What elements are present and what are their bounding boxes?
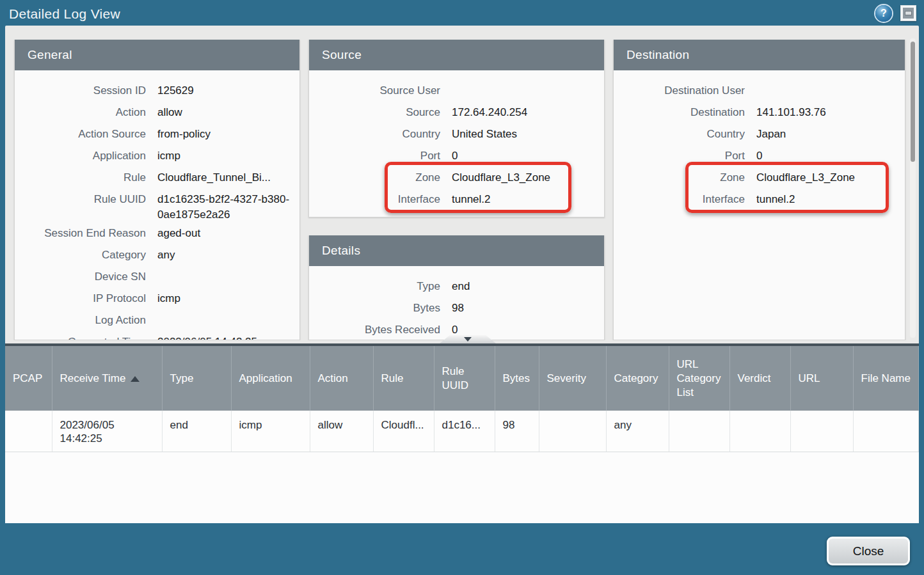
table-cell <box>729 411 790 452</box>
log-table-region: PCAPReceive TimeTypeApplicationActionRul… <box>5 343 919 523</box>
field-label: Port <box>614 148 745 164</box>
column-header-label: PCAP <box>13 372 42 384</box>
panels-region: General Session ID125629ActionallowActio… <box>5 26 919 340</box>
field-row: Action Sourcefrom-policy <box>15 123 299 145</box>
field-value: Cloudflare_Tunnel_Bi... <box>157 170 299 185</box>
column-header-label: Severity <box>547 372 586 384</box>
field-label: Bytes <box>309 301 440 316</box>
source-panel: Source Source UserSource172.64.240.254Co… <box>308 40 605 217</box>
column-header[interactable]: Severity <box>539 346 606 411</box>
field-value: 98 <box>452 301 604 316</box>
field-value: 125629 <box>157 83 299 98</box>
close-button[interactable]: Close <box>827 537 910 565</box>
field-row: Session End Reasonaged-out <box>15 223 299 244</box>
field-value: 172.64.240.254 <box>452 105 604 120</box>
column-header-label: Bytes <box>503 372 530 384</box>
field-label: Session End Reason <box>15 226 146 241</box>
column-header[interactable]: Rule UUID <box>434 346 495 411</box>
field-label: Port <box>309 148 440 164</box>
field-value: Cloudflare_L3_Zone <box>756 170 905 185</box>
field-value: aged-out <box>157 226 299 241</box>
field-row: CountryUnited States <box>309 123 604 145</box>
field-label: Rule UUID <box>15 192 146 207</box>
field-row: Interfacetunnel.2 <box>614 189 905 210</box>
table-row[interactable]: 2023/06/05 14:42:25endicmpallowCloudfl..… <box>5 411 919 452</box>
column-header-label: Action <box>318 372 348 384</box>
dialog-content: General Session ID125629ActionallowActio… <box>5 26 919 523</box>
field-label: Source User <box>309 83 440 98</box>
field-label: Source <box>309 105 440 120</box>
column-header[interactable]: Verdict <box>729 346 790 411</box>
log-table: PCAPReceive TimeTypeApplicationActionRul… <box>5 346 919 452</box>
table-cell: icmp <box>231 411 310 452</box>
field-row: ZoneCloudflare_L3_Zone <box>614 167 905 189</box>
field-label: Application <box>15 148 146 164</box>
column-header[interactable]: Rule <box>373 346 434 411</box>
column-header[interactable]: URL <box>790 346 853 411</box>
column-header-label: Type <box>170 372 194 384</box>
field-label: Generated Time <box>15 335 146 340</box>
field-value: Cloudflare_L3_Zone <box>452 170 604 185</box>
field-label: Country <box>614 127 745 142</box>
field-label: Rule <box>15 170 146 185</box>
column-header[interactable]: URL Category List <box>669 346 729 411</box>
field-label: Action <box>15 105 146 120</box>
panel-scrollbar[interactable] <box>910 38 916 338</box>
table-cell: allow <box>310 411 373 452</box>
column-header[interactable]: Application <box>231 346 310 411</box>
scrollbar-thumb[interactable] <box>911 42 915 162</box>
table-cell <box>790 411 853 452</box>
field-label: Log Action <box>15 313 146 328</box>
column-header[interactable]: Action <box>310 346 373 411</box>
field-value: 0 <box>452 148 604 164</box>
field-label: Interface <box>614 192 745 207</box>
column-header[interactable]: PCAP <box>5 346 52 411</box>
field-row: Applicationicmp <box>15 145 299 167</box>
log-table-header-row: PCAPReceive TimeTypeApplicationActionRul… <box>5 346 919 411</box>
detailed-log-view-dialog: { "window": { "title": "Detailed Log Vie… <box>0 0 924 575</box>
table-cell <box>853 411 919 452</box>
field-row: Actionallow <box>15 102 299 123</box>
field-row: CountryJapan <box>614 123 905 145</box>
field-value: United States <box>452 127 604 142</box>
details-panel-header: Details <box>309 235 604 266</box>
column-header[interactable]: Type <box>162 346 231 411</box>
dialog-title: Detailed Log View <box>9 6 120 22</box>
general-panel-header: General <box>15 40 299 70</box>
field-label: Country <box>309 127 440 142</box>
chevron-down-icon <box>464 337 472 342</box>
destination-panel-header: Destination <box>614 40 905 70</box>
field-value: end <box>452 279 604 294</box>
field-value: any <box>157 248 299 263</box>
field-row: IP Protocolicmp <box>15 288 299 310</box>
field-row: Log Action <box>15 310 299 331</box>
table-cell: end <box>162 411 231 452</box>
general-panel: General Session ID125629ActionallowActio… <box>14 40 300 340</box>
window-icon[interactable] <box>900 5 916 21</box>
column-header[interactable]: Bytes <box>495 346 539 411</box>
column-header-label: URL <box>799 372 820 384</box>
field-row: Categoryany <box>15 244 299 266</box>
field-label: Action Source <box>15 127 146 142</box>
column-header-label: URL Category List <box>677 358 721 398</box>
table-cell <box>5 411 52 452</box>
field-value: 0 <box>756 148 905 164</box>
field-label: Zone <box>309 170 440 185</box>
column-header-label: Verdict <box>738 372 771 384</box>
table-cell <box>669 411 729 452</box>
table-cell <box>539 411 606 452</box>
field-label: Type <box>309 279 440 294</box>
column-header-label: Rule UUID <box>442 365 469 391</box>
column-header[interactable]: Receive Time <box>52 346 162 411</box>
field-value: 2023/06/05 14:42:25 <box>157 335 299 340</box>
field-value: tunnel.2 <box>452 192 604 207</box>
column-header[interactable]: File Name <box>853 346 919 411</box>
help-icon[interactable]: ? <box>875 5 892 22</box>
field-row: Destination141.101.93.76 <box>614 102 905 123</box>
field-value: d1c16235-b2f2-4327-b380-0ae1875e2a26 <box>157 192 299 223</box>
field-value: tunnel.2 <box>756 192 905 207</box>
column-header-label: Category <box>614 372 658 384</box>
field-value: 141.101.93.76 <box>756 105 905 120</box>
column-header[interactable]: Category <box>606 346 669 411</box>
field-value: icmp <box>157 291 299 306</box>
